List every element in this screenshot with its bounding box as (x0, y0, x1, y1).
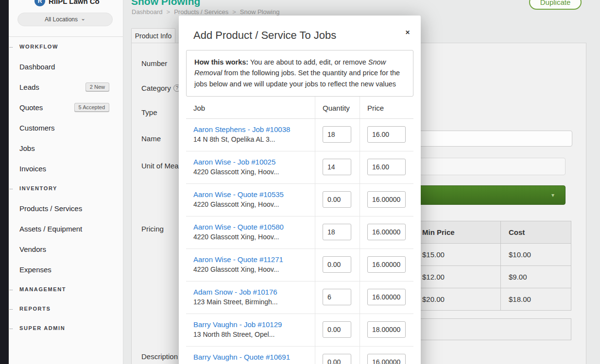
leads-badge: 2 New (86, 83, 109, 91)
section-dash-icon: -- (9, 325, 13, 331)
breadcrumb: Dashboard > Products / Services > Snow P… (132, 8, 279, 16)
modal-body: How this works: You are about to add, ed… (179, 50, 421, 364)
section-label: SUPER ADMIN (19, 325, 65, 331)
sidebar-item-leads[interactable]: Leads 2 New (9, 77, 123, 97)
locations-label: All Locations (45, 16, 78, 23)
category-label: Category ? (141, 84, 181, 92)
cost-value: $9.00 (500, 266, 571, 288)
jobs-header-quantity: Quantity (315, 97, 360, 118)
breadcrumb-products-services[interactable]: Products / Services (174, 8, 228, 16)
quantity-input[interactable] (323, 126, 351, 143)
quantity-input[interactable] (323, 256, 351, 273)
brand[interactable]: R RIIPL Lawn Co (34, 0, 100, 6)
sidebar-item-invoices[interactable]: Invoices (9, 158, 123, 179)
job-address: 123 Main Street, Birmingh... (193, 298, 308, 306)
nav-section-reports[interactable]: -- REPORTS (9, 299, 123, 318)
modal-header: Add Product / Service To Jobs ✕ (179, 16, 421, 50)
nav-section-super-admin[interactable]: -- SUPER ADMIN (9, 318, 123, 338)
price-input[interactable] (367, 289, 406, 305)
job-link[interactable]: Barry Vaughn - Job #10129 (193, 320, 308, 329)
pricing-header-cost: Cost (500, 221, 571, 243)
job-link[interactable]: Aaron Stephens - Job #10038 (193, 125, 308, 133)
duplicate-button[interactable]: Duplicate (529, 0, 582, 10)
job-address: 4220 Glasscott Xing, Hoov... (193, 168, 308, 176)
quantity-input[interactable] (323, 354, 351, 364)
locations-dropdown[interactable]: All Locations ⌄ (17, 13, 113, 26)
pricing-label: Pricing (141, 225, 164, 233)
quotes-badge: 5 Accepted (74, 103, 109, 112)
section-label: INVENTORY (19, 185, 57, 191)
description-label: Description (141, 352, 178, 361)
section-label: REPORTS (19, 306, 51, 312)
section-label: MANAGEMENT (19, 286, 66, 292)
chevron-down-icon: ⌄ (81, 15, 86, 22)
jobs-table-header-row: Job Quantity Price (186, 97, 413, 119)
sidebar-item-products-services[interactable]: Products / Services (9, 198, 123, 218)
quantity-input[interactable] (323, 224, 351, 240)
breadcrumb-snow-plowing[interactable]: Snow Plowing (240, 8, 280, 16)
page-title: Snow Plowing (131, 0, 200, 7)
job-link[interactable]: Barry Vaughn - Quote #10691 (193, 353, 308, 361)
nav-item-label: Dashboard (19, 63, 55, 71)
job-row: Aaron Stephens - Job #10038 14 N 8th St,… (186, 119, 413, 151)
job-address: 4220 Glasscott Xing, Hoov... (193, 233, 308, 241)
close-icon[interactable]: ✕ (402, 26, 413, 39)
sidebar-item-expenses[interactable]: Expenses (9, 259, 123, 280)
type-label: Type (141, 108, 157, 116)
price-input[interactable] (367, 224, 406, 240)
name-label: Name (141, 134, 161, 143)
job-address: 13 North 8th Street, Opel... (193, 331, 308, 338)
sidebar-item-jobs[interactable]: Jobs (9, 138, 123, 158)
min-price-value: $15.00 (414, 244, 500, 265)
job-link[interactable]: Aaron Wise - Quote #10535 (193, 190, 308, 199)
tab-product-info[interactable]: Product Info (131, 28, 175, 43)
pricing-header-min-price: Min Price (414, 221, 500, 243)
note-text-1: You are about to add, edit, or remove (248, 58, 368, 66)
jobs-header-price: Price (360, 97, 413, 118)
job-row: Aaron Wise - Quote #10580 4220 Glasscott… (186, 216, 413, 249)
brand-logo-icon: R (34, 0, 45, 6)
price-input[interactable] (367, 256, 406, 273)
job-row: Aaron Wise - Quote #10535 4220 Glasscott… (186, 184, 413, 216)
chevron-down-icon: ▾ (551, 192, 554, 199)
min-price-value: $20.00 (414, 288, 500, 310)
quantity-input[interactable] (323, 159, 351, 175)
price-input[interactable] (367, 159, 406, 175)
sidebar-item-quotes[interactable]: Quotes 5 Accepted (9, 97, 123, 117)
brand-name: RIIPL Lawn Co (49, 0, 100, 5)
nav-item-label: Customers (19, 124, 55, 132)
job-address: 14 N 8th St, Opelika AL 3... (193, 135, 308, 143)
modal-title: Add Product / Service To Jobs (193, 29, 406, 42)
price-input[interactable] (367, 191, 406, 208)
add-product-to-jobs-modal: Add Product / Service To Jobs ✕ How this… (179, 16, 421, 364)
price-input[interactable] (367, 354, 406, 364)
sidebar-item-dashboard[interactable]: Dashboard (9, 56, 123, 77)
sidebar-item-vendors[interactable]: Vendors (9, 239, 123, 259)
quantity-input[interactable] (323, 321, 351, 338)
quantity-input[interactable] (323, 191, 351, 208)
cost-value: $10.00 (500, 244, 571, 265)
note-bold: How this works: (194, 58, 248, 66)
job-link[interactable]: Aaron Wise - Quote #10580 (193, 223, 308, 231)
sidebar: R RIIPL Lawn Co All Locations ⌄ -- WORKF… (9, 0, 123, 364)
section-dash-icon: -- (9, 44, 13, 50)
cost-value: $18.00 (500, 288, 571, 310)
quantity-input[interactable] (323, 289, 351, 305)
sidebar-item-assets-equipment[interactable]: Assets / Equipment (9, 218, 123, 239)
price-input[interactable] (367, 126, 406, 143)
job-link[interactable]: Adam Snow - Job #10176 (193, 288, 308, 296)
nav-item-label: Assets / Equipment (19, 225, 82, 233)
job-link[interactable]: Aaron Wise - Job #10025 (193, 158, 308, 166)
number-label: Number (141, 59, 167, 67)
job-row: Barry Vaughn - Job #10129 13 North 8th S… (186, 314, 413, 347)
nav-section-management[interactable]: -- MANAGEMENT (9, 280, 123, 299)
sidebar-item-customers[interactable]: Customers (9, 117, 123, 138)
job-link[interactable]: Aaron Wise - Quote #11271 (193, 255, 308, 264)
nav-section-inventory: -- INVENTORY (9, 179, 123, 198)
job-address: 4220 Glasscott Xing, Hoov... (193, 265, 308, 273)
how-this-works-note: How this works: You are about to add, ed… (186, 50, 413, 97)
min-price-value: $12.00 (414, 266, 500, 288)
nav-item-label: Jobs (19, 144, 35, 152)
breadcrumb-dashboard[interactable]: Dashboard (132, 8, 163, 16)
price-input[interactable] (367, 321, 406, 338)
